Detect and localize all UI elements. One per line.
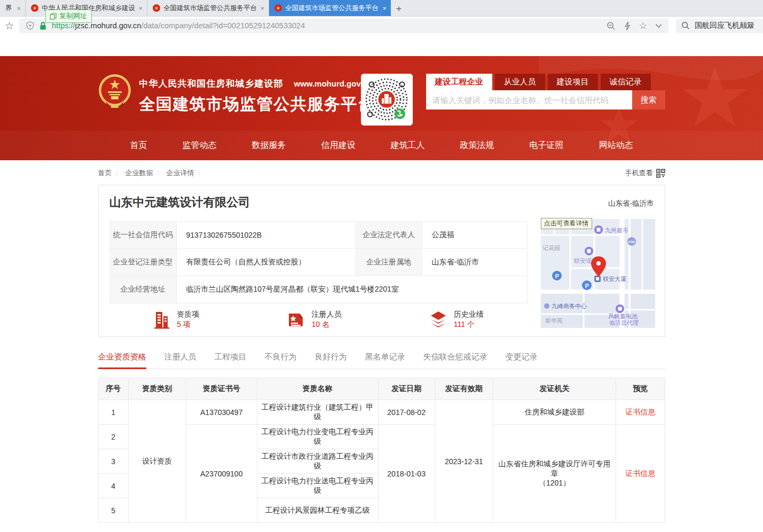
table-cell: 2023-12-31 (435, 400, 493, 523)
breadcrumb-item[interactable]: 首页 (98, 168, 112, 178)
breadcrumb-item[interactable]: 企业数据 (125, 168, 153, 178)
url-bar-actions: ☆ (607, 20, 662, 32)
building-icon (153, 310, 171, 329)
tab-title: 全国建筑市场监管公共服务平台 (163, 4, 257, 13)
parking-icon: P (555, 273, 559, 279)
qualification-col-header: 资质证书号 (186, 378, 257, 400)
qualification-col-header: 预览 (616, 378, 665, 400)
stat-label: 注册人员 (311, 309, 341, 319)
certificate-info-cell: 证书信息 (616, 400, 665, 425)
company-stats: 资质项 5 项 注册人员 10 名 历史业绩 (109, 309, 528, 330)
platform-title: 全国建筑市场监管公共服务平台 (139, 93, 375, 115)
certificate-info-link[interactable]: 证书信息 (625, 469, 655, 478)
field-value: 临沂市兰山区陶然路107号星河晶都（联安）现代城1号楼2201室 (176, 276, 527, 303)
company-summary-card: 山东中元建筑设计有限公司 山东省-临沂市 统一社会信用代码91371302675… (98, 185, 665, 337)
detail-tab[interactable]: 企业资质资格 (98, 352, 146, 369)
browser-tab[interactable]: ★ 全国建筑市场监管公共服务平台 × (147, 0, 269, 16)
favorite-star-icon[interactable]: ☆ (639, 20, 647, 32)
certificate-icon (286, 310, 305, 329)
qualification-table: 序号资质类别资质证书号资质名称发证日期发证有效期发证机关预览 1设计资质A137… (98, 378, 665, 523)
detail-tab[interactable]: 黑名单记录 (365, 352, 405, 369)
qualification-col-header: 资质类别 (128, 378, 186, 400)
search-category-tabs: 建设工程企业从业人员建设项目诚信记录 (426, 74, 665, 90)
detail-tab[interactable]: 工程项目 (215, 352, 247, 369)
certificate-info-link[interactable]: 证书信息 (625, 408, 655, 416)
table-cell: 4 (98, 474, 128, 498)
site-logo: 中华人民共和国住房和城乡建设部 www.mohurd.gov.cn 全国建筑市场… (98, 74, 375, 115)
url-bar: ☆ https://jzsc.mohurd.gov.cn/data/compan… (0, 17, 763, 35)
table-row: 1设计资质A137030497工程设计建筑行业（建筑工程）甲级2017-08-0… (98, 400, 665, 425)
company-region: 山东省-临沂市 (608, 199, 654, 208)
search-category-tab[interactable]: 诚信记录 (601, 74, 651, 90)
map-label: 临沂总代理 (609, 319, 639, 326)
address-field[interactable]: https://jzsc.mohurd.gov.cn/data/company/… (19, 19, 668, 33)
table-cell: 工程设计建筑行业（建筑工程）甲级 (257, 400, 378, 425)
field-label: 统一社会信用代码 (109, 222, 176, 249)
qr-mini-icon[interactable] (656, 169, 665, 178)
detail-tab[interactable]: 失信联合惩戒记录 (423, 352, 487, 369)
search-category-tab[interactable]: 建设工程企业 (426, 74, 492, 90)
stat-registered-staff[interactable]: 注册人员 10 名 (286, 309, 341, 330)
table-cell: 设计资质 (128, 400, 186, 523)
detail-tabs: 企业资质资格注册人员工程项目不良行为良好行为黑名单记录失信联合惩戒记录变更记录 (98, 352, 665, 369)
tab-close-icon[interactable]: × (382, 4, 387, 12)
stat-value: 5 项 (177, 319, 199, 330)
chevron-down-icon[interactable] (655, 24, 662, 28)
breadcrumb-item[interactable]: 企业详情 (167, 168, 194, 178)
detail-tab[interactable]: 变更记录 (506, 352, 538, 369)
tab-title: 全国建筑市场监管公共服务平台 (285, 4, 379, 13)
bookmark-star-icon[interactable]: ☆ (5, 20, 14, 32)
copy-url-label: 复制网址 (59, 11, 87, 21)
nav-item[interactable]: 网站动态 (599, 140, 633, 151)
nav-item[interactable]: 政策法规 (460, 140, 494, 151)
table-header-row: 序号资质类别资质证书号资质名称发证日期发证有效期发证机关预览 (98, 378, 665, 400)
search-button[interactable]: 搜索 (632, 90, 665, 109)
table-cell: 工程设计风景园林工程专项乙级 (257, 498, 378, 523)
search-category-tab[interactable]: 从业人员 (495, 74, 545, 90)
zoom-out-icon[interactable] (607, 21, 616, 30)
map-label: 新华苑 (545, 317, 563, 324)
company-location-map[interactable]: 点击可查看详情 九州超市 (541, 219, 655, 328)
shield-icon[interactable] (26, 21, 35, 30)
qualification-col-header: 发证机关 (493, 378, 616, 400)
tab-close-icon[interactable]: × (138, 4, 143, 12)
quick-search-box[interactable]: 国航回应飞机颠簸 (676, 19, 763, 33)
field-value: 91371302675501022B (176, 222, 356, 249)
nav-item[interactable]: 监管动态 (183, 140, 217, 151)
nav-item[interactable]: 信用建设 (321, 140, 356, 151)
mobile-view-label[interactable]: 手机查看 (625, 168, 653, 178)
tab-close-icon[interactable]: × (17, 4, 21, 12)
map-tooltip: 点击可查看详情 (541, 218, 592, 229)
new-tab-button[interactable]: ＋ (391, 0, 407, 16)
keyword-search-input[interactable] (426, 90, 632, 109)
table-cell: 5 (98, 498, 128, 523)
detail-tab[interactable]: 良好行为 (315, 352, 347, 369)
info-row: 企业登记注册类型有限责任公司（自然人投资或控股）企业注册属地山东省-临沂市 (109, 249, 527, 276)
nav-item[interactable]: 数据服务 (252, 140, 286, 151)
table-cell: A137030497 (186, 400, 257, 425)
breadcrumb-separator: 〉 (157, 169, 163, 177)
tab-close-icon[interactable]: × (260, 4, 264, 12)
field-label: 企业注册属地 (356, 249, 422, 276)
detail-tab[interactable]: 不良行为 (265, 352, 297, 369)
ministry-website: www.mohurd.gov.cn (294, 79, 372, 88)
browser-tab-active[interactable]: ★ 全国建筑市场监管公共服务平台 × (269, 0, 391, 16)
field-label: 企业登记注册类型 (109, 249, 176, 276)
nav-item[interactable]: 首页 (130, 140, 147, 151)
breadcrumb-separator: 〉 (198, 169, 204, 177)
qualification-col-header: 发证有效期 (435, 378, 493, 400)
nav-item[interactable]: 电子证照 (530, 140, 564, 151)
stat-qualifications[interactable]: 资质项 5 项 (153, 309, 199, 330)
main-navigation: 首页监管动态数据服务信用建设建筑工人政策法规电子证照网站动态 (0, 131, 763, 160)
lightning-icon[interactable] (624, 21, 631, 30)
map-label: 九州超市 (605, 227, 628, 233)
info-row: 统一社会信用代码91371302675501022B企业法定代表人公茂福 (109, 222, 527, 249)
nav-item[interactable]: 建筑工人 (391, 140, 425, 151)
browser-tab[interactable]: 界 × (0, 0, 26, 16)
search-category-tab[interactable]: 建设项目 (548, 74, 598, 90)
site-favicon-icon: ★ (274, 4, 282, 12)
site-header: 中华人民共和国住房和城乡建设部 www.mohurd.gov.cn 全国建筑市场… (0, 56, 763, 160)
detail-tab[interactable]: 注册人员 (164, 352, 196, 369)
table-cell: 2 (98, 425, 128, 449)
stat-past-performance[interactable]: 历史业绩 111 个 (429, 309, 484, 330)
